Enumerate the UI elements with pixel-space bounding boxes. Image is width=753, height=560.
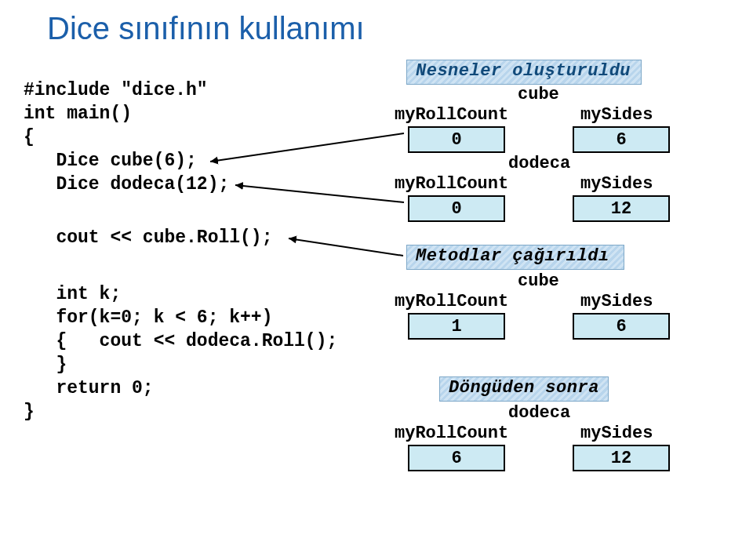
code-line-10: }: [24, 355, 67, 375]
methods-label: Metodlar çağırıldı: [416, 246, 609, 266]
code-line-3: {: [24, 127, 35, 147]
diagram-stage: Dice sınıfının kullanımı #include "dice.…: [0, 0, 753, 560]
created-label: Nesneler oluşturuldu: [416, 61, 631, 81]
dodeca2-rc-label: myRollCount: [395, 424, 508, 443]
code-line-5: Dice dodeca(12);: [24, 174, 229, 195]
dodeca-label-2: dodeca: [508, 403, 570, 423]
cube2-rc-label: myRollCount: [395, 292, 508, 311]
svg-line-0: [210, 133, 404, 162]
dodeca2-rc-value: 6: [408, 445, 505, 471]
dodeca1-rc-label: myRollCount: [395, 174, 508, 194]
dodeca-label-1: dodeca: [508, 154, 570, 173]
code-line-6: cout << cube.Roll();: [24, 227, 272, 248]
code-line-12: }: [24, 402, 35, 422]
code-line-9: { cout << dodeca.Roll();: [24, 331, 337, 351]
code-line-7: int k;: [24, 284, 121, 304]
cube1-rc-value: 0: [408, 126, 505, 153]
cube-label-2: cube: [518, 271, 559, 291]
code-line-11: return 0;: [24, 378, 154, 398]
cube2-sd-value: 6: [573, 313, 670, 340]
cube1-rc-label: myRollCount: [395, 105, 508, 125]
cube2-sd-label: mySides: [580, 292, 653, 311]
svg-line-2: [289, 238, 403, 256]
svg-line-1: [235, 185, 404, 202]
code-line-2: int main(): [24, 104, 132, 124]
dodeca1-sd-value: 12: [573, 195, 670, 222]
cube1-sd-value: 6: [573, 126, 670, 153]
after-loop-label: Döngüden sonra: [449, 378, 599, 398]
dodeca2-sd-value: 12: [573, 445, 670, 471]
page-title: Dice sınıfının kullanımı: [47, 11, 365, 46]
code-line-8: for(k=0; k < 6; k++): [24, 307, 272, 328]
code-line-4: Dice cube(6);: [24, 151, 197, 171]
cube1-sd-label: mySides: [580, 105, 653, 125]
dodeca2-sd-label: mySides: [580, 424, 653, 443]
cube-label-1: cube: [518, 85, 559, 104]
dodeca1-rc-value: 0: [408, 195, 505, 222]
dodeca1-sd-label: mySides: [580, 174, 653, 194]
cube2-rc-value: 1: [408, 313, 505, 340]
code-line-1: #include "dice.h": [24, 80, 208, 100]
